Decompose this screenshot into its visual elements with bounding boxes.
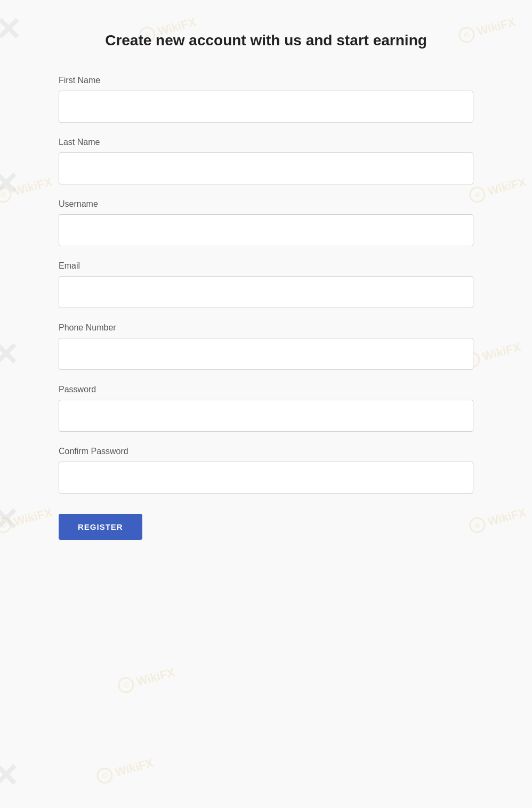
- email-field-group: Email: [59, 261, 473, 308]
- last-name-input[interactable]: [59, 152, 473, 184]
- email-input[interactable]: [59, 276, 473, 308]
- page-title: Create new account with us and start ear…: [59, 32, 473, 49]
- password-field-group: Password: [59, 385, 473, 432]
- username-field-group: Username: [59, 199, 473, 246]
- phone-label: Phone Number: [59, 323, 473, 333]
- last-name-label: Last Name: [59, 138, 473, 147]
- first-name-field-group: First Name: [59, 76, 473, 123]
- confirm-password-input[interactable]: [59, 462, 473, 494]
- registration-form: First Name Last Name Username Email Phon…: [59, 76, 473, 540]
- username-input[interactable]: [59, 214, 473, 246]
- wikifx-watermark: © WikiFX: [95, 755, 155, 785]
- last-name-field-group: Last Name: [59, 138, 473, 184]
- password-input[interactable]: [59, 400, 473, 432]
- username-label: Username: [59, 199, 473, 209]
- first-name-label: First Name: [59, 76, 473, 85]
- wikifx-watermark: © WikiFX: [116, 664, 176, 694]
- first-name-input[interactable]: [59, 91, 473, 123]
- email-label: Email: [59, 261, 473, 271]
- register-button[interactable]: REGISTER: [59, 514, 142, 540]
- password-label: Password: [59, 385, 473, 394]
- registration-form-container: Create new account with us and start ear…: [0, 0, 532, 583]
- confirm-password-label: Confirm Password: [59, 447, 473, 456]
- phone-input[interactable]: [59, 338, 473, 370]
- confirm-password-field-group: Confirm Password: [59, 447, 473, 494]
- phone-field-group: Phone Number: [59, 323, 473, 370]
- x-decoration: ✕: [0, 757, 19, 794]
